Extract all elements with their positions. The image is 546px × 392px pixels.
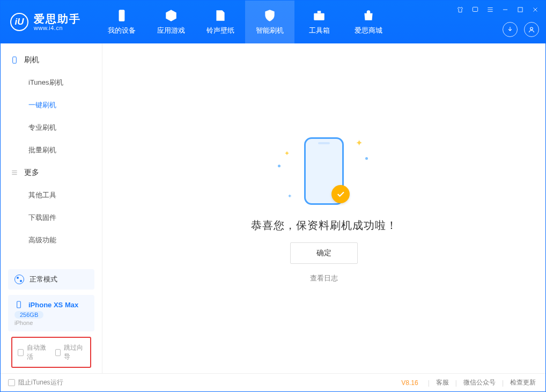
maximize-button[interactable] — [514, 4, 526, 16]
tab-label: 应用游戏 — [157, 26, 185, 35]
device-icon — [14, 300, 23, 309]
checkbox-label: 自动激活 — [27, 343, 48, 361]
checkbox-skip-guide[interactable]: 跳过向导 — [55, 343, 85, 361]
svg-rect-4 — [518, 8, 522, 12]
success-message: 恭喜您，保资料刷机成功啦！ — [251, 218, 397, 233]
main-content: ✦ ✦ ✦ 恭喜您，保资料刷机成功啦！ 确定 查看日志 — [102, 43, 545, 373]
link-wechat[interactable]: 微信公众号 — [461, 378, 498, 387]
tab-label: 铃声壁纸 — [206, 26, 234, 35]
device-name: iPhone XS Max — [28, 301, 78, 309]
minimize-button[interactable] — [499, 4, 511, 16]
checkbox-auto-activate[interactable]: 自动激活 — [18, 343, 48, 361]
music-file-icon — [213, 9, 227, 23]
toolbox-icon — [312, 9, 326, 23]
mode-icon — [14, 275, 24, 284]
svg-rect-0 — [119, 10, 125, 21]
device-capacity: 256GB — [14, 311, 43, 319]
account-button[interactable] — [524, 22, 539, 37]
cube-icon — [164, 9, 178, 23]
version-label: V8.16 — [401, 379, 418, 387]
svg-point-5 — [530, 27, 533, 30]
sidebar-item-other-tools[interactable]: 其他工具 — [1, 184, 102, 206]
sidebar-item-advanced[interactable]: 高级功能 — [1, 229, 102, 252]
tab-apps[interactable]: 应用游戏 — [146, 1, 196, 43]
titlebar: iU 爱思助手 www.i4.cn 我的设备 应用游戏 铃声壁纸 智能刷机 — [1, 1, 545, 43]
sidebar-item-download-firmware[interactable]: 下载固件 — [1, 206, 102, 229]
phone-icon — [115, 9, 129, 23]
mode-label: 正常模式 — [29, 275, 57, 284]
checkbox-icon — [18, 349, 24, 356]
sparkle-icon: ✦ — [356, 138, 363, 148]
svg-rect-7 — [17, 301, 21, 308]
sidebar-group-flash[interactable]: 刷机 — [1, 49, 102, 71]
sidebar-item-batch-flash[interactable]: 批量刷机 — [1, 139, 102, 161]
view-log-link[interactable]: 查看日志 — [310, 273, 338, 283]
titlebar-right — [503, 22, 539, 37]
sidebar-group-label: 更多 — [24, 168, 39, 177]
device-type: iPhone — [14, 320, 88, 326]
sidebar-group-more[interactable]: 更多 — [1, 161, 102, 184]
svg-rect-2 — [318, 11, 321, 13]
bag-icon — [361, 9, 375, 23]
sidebar-item-onekey-flash[interactable]: 一键刷机 — [1, 94, 102, 116]
app-name: 爱思助手 — [34, 13, 81, 25]
close-button[interactable] — [529, 4, 541, 16]
checkbox-icon — [8, 379, 15, 386]
download-button[interactable] — [503, 22, 518, 37]
svg-rect-3 — [473, 7, 477, 11]
checkbox-icon — [55, 349, 61, 356]
device-panel[interactable]: iPhone XS Max 256GB iPhone — [8, 295, 94, 331]
checkbox-block-itunes[interactable]: 阻止iTunes运行 — [8, 378, 63, 387]
tab-my-device[interactable]: 我的设备 — [97, 1, 146, 43]
link-support[interactable]: 客服 — [434, 378, 451, 387]
svg-rect-6 — [13, 57, 17, 63]
sidebar: 刷机 iTunes刷机 一键刷机 专业刷机 批量刷机 更多 其他工具 下载固件 … — [1, 43, 102, 373]
svg-rect-1 — [314, 13, 324, 20]
tab-label: 我的设备 — [108, 26, 136, 35]
checkbox-label: 跳过向导 — [64, 343, 85, 361]
success-illustration: ✦ ✦ ✦ — [270, 134, 378, 209]
tab-label: 智能刷机 — [256, 26, 284, 35]
sidebar-bottom: 正常模式 iPhone XS Max 256GB iPhone 自动激活 — [1, 264, 102, 373]
main-tabs: 我的设备 应用游戏 铃声壁纸 智能刷机 工具箱 爱思商城 — [97, 1, 393, 43]
logo-icon: iU — [10, 13, 28, 31]
shirt-icon[interactable] — [454, 4, 466, 16]
tab-toolbox[interactable]: 工具箱 — [294, 1, 344, 43]
tab-label: 爱思商城 — [355, 26, 382, 35]
mode-panel[interactable]: 正常模式 — [8, 269, 94, 290]
tab-label: 工具箱 — [309, 26, 330, 35]
sidebar-item-itunes-flash[interactable]: iTunes刷机 — [1, 71, 102, 94]
window-controls — [454, 4, 541, 16]
shield-refresh-icon — [263, 9, 277, 23]
tab-store[interactable]: 爱思商城 — [344, 1, 393, 43]
app-logo: iU 爱思助手 www.i4.cn — [10, 13, 81, 31]
statusbar: 阻止iTunes运行 V8.16 | 客服 | 微信公众号 | 检查更新 — [1, 373, 545, 391]
body: 刷机 iTunes刷机 一键刷机 专业刷机 批量刷机 更多 其他工具 下载固件 … — [1, 43, 545, 373]
phone-outline-icon — [10, 56, 19, 64]
ok-button[interactable]: 确定 — [290, 242, 358, 264]
app-window: iU 爱思助手 www.i4.cn 我的设备 应用游戏 铃声壁纸 智能刷机 — [0, 0, 546, 392]
menu-icon[interactable] — [484, 4, 496, 16]
dot-icon — [278, 165, 281, 167]
checkbox-label: 阻止iTunes运行 — [18, 378, 63, 387]
list-icon — [10, 168, 19, 177]
link-check-update[interactable]: 检查更新 — [508, 378, 538, 387]
success-check-icon — [331, 185, 350, 203]
option-checkboxes-highlighted: 自动激活 跳过向导 — [11, 337, 91, 368]
app-url: www.i4.cn — [34, 25, 81, 31]
tab-flash[interactable]: 智能刷机 — [245, 1, 294, 43]
sparkle-icon: ✦ — [284, 150, 290, 157]
sidebar-item-pro-flash[interactable]: 专业刷机 — [1, 116, 102, 139]
dot-icon — [365, 157, 368, 160]
feedback-icon[interactable] — [469, 4, 481, 16]
sidebar-group-label: 刷机 — [24, 55, 39, 65]
sparkle-icon: ✦ — [287, 193, 292, 199]
tab-ringtones[interactable]: 铃声壁纸 — [196, 1, 245, 43]
